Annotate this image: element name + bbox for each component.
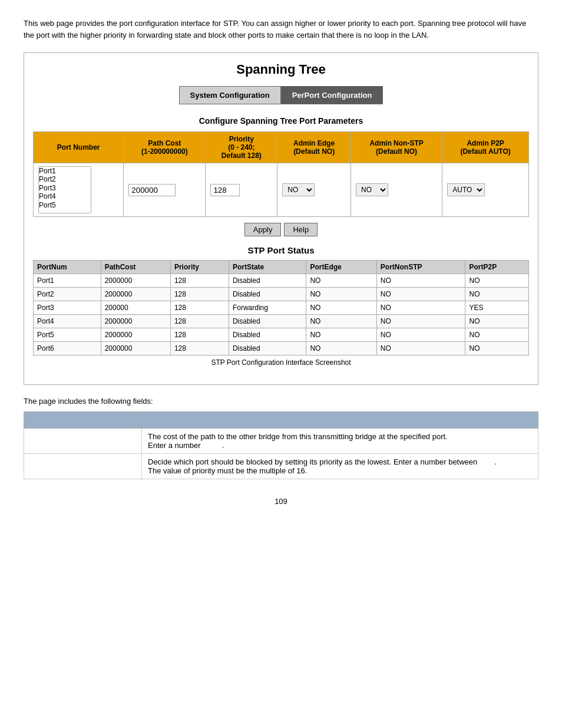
status-table-row: Port22000000128DisabledNONONO [34, 288, 529, 301]
button-bar: Apply Help [33, 223, 529, 236]
status-cell-portnonstp: NO [376, 301, 465, 315]
status-cell-pathcost: 2000000 [101, 288, 170, 301]
status-cell-portstate: Disabled [229, 315, 306, 328]
field-desc-pathcost-text2: Enter a number . [148, 441, 224, 450]
status-table-row: Port52000000128DisabledNONONO [34, 328, 529, 342]
tab-system-configuration[interactable]: System Configuration [179, 86, 281, 104]
tab-perport-configuration[interactable]: PerPort Configuration [281, 86, 384, 104]
status-cell-priority: 128 [170, 288, 229, 301]
screenshot-caption: STP Port Configuration Interface Screens… [33, 358, 529, 367]
status-cell-portp2p: NO [465, 315, 529, 328]
status-cell-portp2p: NO [465, 274, 529, 288]
status-cell-portedge: NO [306, 342, 376, 355]
status-cell-priority: 128 [170, 315, 229, 328]
col-header-port-number: Port Number [34, 132, 124, 163]
help-button[interactable]: Help [284, 223, 318, 236]
status-table-row: Port12000000128DisabledNONONO [34, 274, 529, 288]
status-cell-portnonstp: NO [376, 315, 465, 328]
col-header-path-cost: Path Cost(1-200000000) [124, 132, 206, 163]
status-cell-portnum: Port5 [34, 328, 101, 342]
port-list-cell: Port1 Port2 Port3 Port4 Port5 [34, 163, 124, 217]
admin-edge-cell: NO YES [277, 163, 351, 217]
field-desc-pathcost: The cost of the path to the other bridge… [142, 429, 538, 454]
apply-button[interactable]: Apply [244, 223, 282, 236]
field-desc-pathcost-text1: The cost of the path to the other bridge… [148, 432, 448, 441]
status-cell-portstate: Forwarding [229, 301, 306, 315]
status-col-portedge: PortEdge [306, 261, 376, 274]
status-cell-portedge: NO [306, 301, 376, 315]
status-cell-pathcost: 2000000 [101, 328, 170, 342]
status-cell-portstate: Disabled [229, 328, 306, 342]
fields-table: The cost of the path to the other bridge… [24, 411, 538, 479]
config-row: Port1 Port2 Port3 Port4 Port5 NO [34, 163, 529, 217]
priority-input[interactable] [210, 184, 240, 196]
status-cell-pathcost: 2000000 [101, 274, 170, 288]
path-cost-cell [124, 163, 206, 217]
admin-p2p-cell: AUTO YES NO [442, 163, 529, 217]
field-name-pathcost [24, 429, 142, 454]
status-cell-portstate: Disabled [229, 342, 306, 355]
status-cell-portnum: Port1 [34, 274, 101, 288]
status-table-row: Port42000000128DisabledNONONO [34, 315, 529, 328]
status-cell-portp2p: NO [465, 342, 529, 355]
status-col-portp2p: PortP2P [465, 261, 529, 274]
col-header-admin-nonstp: Admin Non-STP(Default NO) [351, 132, 442, 163]
field-row-pathcost: The cost of the path to the other bridge… [24, 429, 538, 454]
field-row-priority: Decide which port should be blocked by s… [24, 454, 538, 479]
config-section-title: Configure Spanning Tree Port Parameters [33, 116, 529, 126]
status-cell-portnonstp: NO [376, 274, 465, 288]
field-desc-priority: Decide which port should be blocked by s… [142, 454, 538, 479]
status-table-row: Port3200000128ForwardingNONOYES [34, 301, 529, 315]
status-cell-pathcost: 200000 [101, 301, 170, 315]
fields-intro: The page includes the following fields: [24, 397, 538, 406]
status-col-portnonstp: PortNonSTP [376, 261, 465, 274]
status-cell-pathcost: 2000000 [101, 315, 170, 328]
status-cell-priority: 128 [170, 342, 229, 355]
status-col-portstate: PortState [229, 261, 306, 274]
fields-col-desc [142, 412, 538, 429]
priority-cell [206, 163, 277, 217]
status-title: STP Port Status [33, 245, 529, 255]
status-cell-priority: 128 [170, 301, 229, 315]
port-number-select[interactable]: Port1 Port2 Port3 Port4 Port5 [38, 166, 91, 213]
status-cell-portedge: NO [306, 328, 376, 342]
admin-p2p-select[interactable]: AUTO YES NO [447, 183, 485, 196]
status-cell-portstate: Disabled [229, 274, 306, 288]
intro-paragraph: This web page provides the port configur… [24, 18, 538, 41]
admin-edge-select[interactable]: NO YES [282, 183, 315, 196]
page-number: 109 [24, 497, 538, 506]
field-desc-priority-text2: The value of priority must be the multip… [148, 466, 307, 475]
panel-title: Spanning Tree [33, 62, 529, 77]
port-option: Port4 [39, 192, 91, 200]
status-cell-pathcost: 2000000 [101, 342, 170, 355]
status-cell-portstate: Disabled [229, 288, 306, 301]
status-cell-portnonstp: NO [376, 342, 465, 355]
port-option: Port1 [39, 167, 91, 175]
status-cell-portnum: Port2 [34, 288, 101, 301]
main-panel: Spanning Tree System Configuration PerPo… [24, 52, 538, 385]
port-option: Port3 [39, 184, 91, 192]
admin-nonstp-select[interactable]: NO YES [356, 183, 388, 196]
status-cell-portp2p: NO [465, 288, 529, 301]
status-cell-portnum: Port4 [34, 315, 101, 328]
status-col-priority: Priority [170, 261, 229, 274]
status-cell-portnonstp: NO [376, 288, 465, 301]
col-header-priority: Priority(0 - 240;Default 128) [206, 132, 277, 163]
admin-nonstp-cell: NO YES [351, 163, 442, 217]
status-cell-portnum: Port6 [34, 342, 101, 355]
status-cell-portnum: Port3 [34, 301, 101, 315]
port-option: Port5 [39, 201, 91, 209]
status-cell-portnonstp: NO [376, 328, 465, 342]
status-cell-portedge: NO [306, 274, 376, 288]
field-name-priority [24, 454, 142, 479]
status-table-row: Port62000000128DisabledNONONO [34, 342, 529, 355]
status-cell-portp2p: YES [465, 301, 529, 315]
status-cell-portp2p: NO [465, 328, 529, 342]
path-cost-input[interactable] [128, 184, 176, 196]
port-option: Port2 [39, 175, 91, 183]
fields-col-name [24, 412, 142, 429]
status-col-portnum: PortNum [34, 261, 101, 274]
status-table: PortNum PathCost Priority PortState Port… [33, 260, 529, 355]
status-cell-priority: 128 [170, 328, 229, 342]
field-desc-priority-text1: Decide which port should be blocked by s… [148, 457, 497, 466]
